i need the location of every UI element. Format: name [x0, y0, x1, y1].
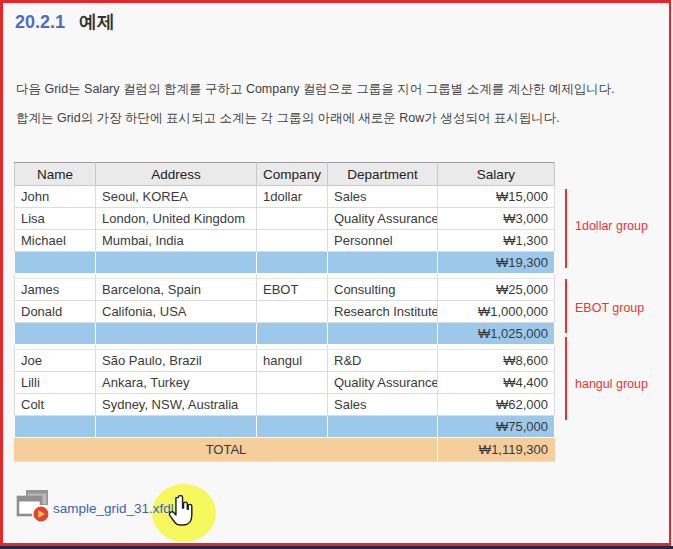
- cell-salary: ₩3,000: [438, 208, 555, 230]
- cell-name: James: [15, 279, 96, 301]
- cell-address: Seoul, KOREA: [96, 186, 257, 208]
- group-bracket-line: [565, 279, 567, 333]
- cell-department: Personnel: [328, 230, 438, 252]
- subtotal-cell: [96, 323, 257, 345]
- cell-company: [257, 301, 328, 323]
- description-paragraph-2: 합계는 Grid의 가장 하단에 표시되고 소계는 각 그룹의 아래에 새로운 …: [16, 111, 661, 125]
- table-row: Donald Califonia, USA Research Institute…: [15, 301, 555, 323]
- cell-company: [257, 394, 328, 416]
- column-header-department: Department: [328, 163, 438, 186]
- group-bracket-line: [565, 189, 567, 268]
- column-header-address: Address: [96, 163, 257, 186]
- column-header-company: Company: [257, 163, 328, 186]
- subtotal-row: ₩75,000: [15, 416, 555, 438]
- page-title: 20.2.1예제: [15, 10, 115, 34]
- subtotal-cell: [257, 323, 328, 345]
- cell-address: Mumbai, India: [96, 230, 257, 252]
- table-row: Lilli Ankara, Turkey Quality Assurance ₩…: [15, 372, 555, 394]
- group-label-hangul: hangul group: [575, 377, 648, 391]
- subtotal-cell: [96, 252, 257, 274]
- cell-department: Sales: [328, 186, 438, 208]
- cell-salary: ₩15,000: [438, 186, 555, 208]
- cell-salary: ₩4,400: [438, 372, 555, 394]
- subtotal-cell: [96, 416, 257, 438]
- section-number: 20.2.1: [15, 12, 65, 32]
- subtotal-value: ₩75,000: [438, 416, 555, 438]
- window-play-icon[interactable]: [15, 488, 51, 526]
- cell-department: R&D: [328, 350, 438, 372]
- cell-address: Califonia, USA: [96, 301, 257, 323]
- cell-address: London, United Kingdom: [96, 208, 257, 230]
- cell-name: Colt: [15, 394, 96, 416]
- cell-department: Quality Assurance: [328, 208, 438, 230]
- column-header-salary: Salary: [438, 163, 555, 186]
- subtotal-value: ₩1,025,000: [438, 323, 555, 345]
- description-paragraph-1: 다음 Grid는 Salary 컬럼의 합계를 구하고 Company 컬럼으로…: [16, 82, 661, 96]
- sample-file-link[interactable]: sample_grid_31.xfdl: [53, 501, 174, 516]
- page: 20.2.1예제 다음 Grid는 Salary 컬럼의 합계를 구하고 Com…: [0, 0, 673, 549]
- cell-department: Consulting: [328, 279, 438, 301]
- cell-address: Barcelona, Spain: [96, 279, 257, 301]
- total-value: ₩1,119,300: [438, 438, 555, 462]
- cell-department: Sales: [328, 394, 438, 416]
- cell-name: John: [15, 186, 96, 208]
- group-label-1dollar: 1dollar group: [575, 219, 648, 233]
- cell-address: São Paulo, Brazil: [96, 350, 257, 372]
- cell-salary: ₩1,000,000: [438, 301, 555, 323]
- table-row: John Seoul, KOREA 1dollar Sales ₩15,000: [15, 186, 555, 208]
- cell-salary: ₩62,000: [438, 394, 555, 416]
- table-row: Lisa London, United Kingdom Quality Assu…: [15, 208, 555, 230]
- description: 다음 Grid는 Salary 컬럼의 합계를 구하고 Company 컬럼으로…: [16, 82, 661, 140]
- cell-department: Research Institute: [328, 301, 438, 323]
- subtotal-cell: [15, 416, 96, 438]
- subtotal-cell: [257, 252, 328, 274]
- cell-salary: ₩1,300: [438, 230, 555, 252]
- cell-company: [257, 230, 328, 252]
- cell-salary: ₩8,600: [438, 350, 555, 372]
- cell-name: Lisa: [15, 208, 96, 230]
- subtotal-value: ₩19,300: [438, 252, 555, 274]
- cell-salary: ₩25,000: [438, 279, 555, 301]
- subtotal-cell: [328, 252, 438, 274]
- subtotal-cell: [328, 323, 438, 345]
- table-row: Colt Sydney, NSW, Australia Sales ₩62,00…: [15, 394, 555, 416]
- cell-name: Lilli: [15, 372, 96, 394]
- cell-company: [257, 208, 328, 230]
- cell-address: Ankara, Turkey: [96, 372, 257, 394]
- cell-company: EBOT: [257, 279, 328, 301]
- table-row: James Barcelona, Spain EBOT Consulting ₩…: [15, 279, 555, 301]
- section-title: 예제: [79, 12, 115, 32]
- group-bracket-line: [565, 337, 567, 420]
- hand-cursor-icon: [167, 495, 196, 527]
- subtotal-cell: [15, 323, 96, 345]
- subtotal-cell: [257, 416, 328, 438]
- column-header-name: Name: [15, 163, 96, 186]
- total-row: TOTAL ₩1,119,300: [15, 438, 555, 462]
- cell-address: Sydney, NSW, Australia: [96, 394, 257, 416]
- grid-header-row: Name Address Company Department Salary: [15, 163, 555, 186]
- group-label-ebot: EBOT group: [575, 301, 644, 315]
- cell-department: Quality Assurance: [328, 372, 438, 394]
- table-row: Michael Mumbai, India Personnel ₩1,300: [15, 230, 555, 252]
- subtotal-row: ₩19,300: [15, 252, 555, 274]
- cell-company: 1dollar: [257, 186, 328, 208]
- cell-name: Donald: [15, 301, 96, 323]
- sample-grid: Name Address Company Department Salary J…: [14, 162, 555, 462]
- subtotal-cell: [328, 416, 438, 438]
- cell-company: hangul: [257, 350, 328, 372]
- cell-company: [257, 372, 328, 394]
- subtotal-row: ₩1,025,000: [15, 323, 555, 345]
- cell-name: Joe: [15, 350, 96, 372]
- cell-name: Michael: [15, 230, 96, 252]
- table-row: Joe São Paulo, Brazil hangul R&D ₩8,600: [15, 350, 555, 372]
- subtotal-cell: [15, 252, 96, 274]
- total-label: TOTAL: [15, 438, 438, 462]
